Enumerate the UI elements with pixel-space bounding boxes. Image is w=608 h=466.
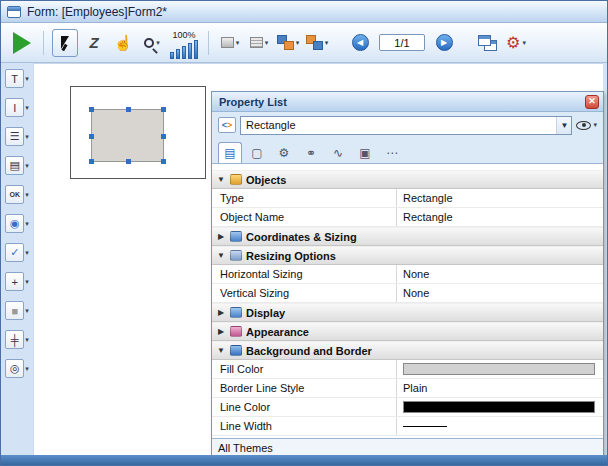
line-width-value[interactable] xyxy=(396,417,603,435)
hand-tool-button[interactable]: ☝ xyxy=(110,29,136,57)
text-tool[interactable]: T ▾ xyxy=(5,69,29,88)
object-selector-dropdown[interactable]: Rectangle ▼ xyxy=(240,116,572,135)
toolbar-separator xyxy=(43,31,44,55)
property-list-title: Property List xyxy=(219,96,585,108)
zoom-level-widget[interactable]: 100% xyxy=(170,27,198,59)
window-titlebar[interactable]: Form: [Employees]Form2* xyxy=(1,1,607,23)
draw-tool-button[interactable]: Z xyxy=(81,29,107,57)
property-tabs: ▤ ▢ ⚙ ⚭ ∿ ▣ ⋯ xyxy=(212,138,603,164)
fill-color-swatch[interactable] xyxy=(403,363,595,375)
property-list-titlebar[interactable]: Property List ✕ xyxy=(212,92,603,112)
resize-handle[interactable] xyxy=(161,107,166,112)
text-tool-icon: T xyxy=(5,69,24,88)
list-box-tool-icon: ☰ xyxy=(5,127,24,146)
select-tool-button[interactable] xyxy=(52,29,78,57)
property-list-palette: Property List ✕ <> Rectangle ▼ ▾ ▤ ▢ ⚙ ⚭… xyxy=(211,91,604,458)
zoom-tool-button[interactable]: ▾ xyxy=(139,29,165,57)
magnifier-icon xyxy=(144,38,154,48)
hierarchical-list-tool[interactable]: ▤ ▾ xyxy=(5,156,29,175)
gear-icon: ⚙ xyxy=(506,35,520,51)
rectangle-tool[interactable]: ■ ▾ xyxy=(5,301,29,320)
properties-tab[interactable]: ▤ xyxy=(218,142,242,163)
chevron-down-icon: ▾ xyxy=(325,39,329,47)
radio-button-tool[interactable]: ◉ ▾ xyxy=(5,214,29,233)
run-form-button[interactable] xyxy=(9,29,35,57)
resize-handle[interactable] xyxy=(126,107,131,112)
checkbox-tool-icon: ✓ xyxy=(5,243,24,262)
align-objects-button[interactable]: ▾ xyxy=(217,29,243,57)
next-page-button[interactable]: ▶ xyxy=(431,29,457,57)
windows-icon xyxy=(478,35,497,51)
form-settings-button[interactable]: ⚙ ▾ xyxy=(503,29,529,57)
section-background-border[interactable]: ▼ Background and Border xyxy=(212,341,603,360)
list-box-tool[interactable]: ☰ ▾ xyxy=(5,127,29,146)
dropdown-list-tool[interactable]: ◎ ▾ xyxy=(5,359,29,378)
view-options-button[interactable]: ▾ xyxy=(576,121,597,130)
fill-color-value[interactable] xyxy=(396,360,603,378)
play-icon xyxy=(13,32,31,54)
horizontal-sizing-value[interactable]: None xyxy=(396,265,603,283)
views-button[interactable] xyxy=(474,29,500,57)
section-display[interactable]: ▶ Display xyxy=(212,303,603,322)
border-line-style-value[interactable]: Plain xyxy=(396,379,603,397)
page-tab[interactable]: ▢ xyxy=(245,142,269,163)
more-tab[interactable]: ⋯ xyxy=(380,142,404,163)
line-color-value[interactable] xyxy=(396,398,603,416)
splitter-tool[interactable]: ╪ ▾ xyxy=(5,330,29,349)
triangle-expanded-icon: ▼ xyxy=(216,346,226,355)
chevron-down-icon: ▾ xyxy=(236,39,240,47)
resize-handle[interactable] xyxy=(161,159,166,164)
layers-front-icon xyxy=(306,35,323,50)
close-icon[interactable]: ✕ xyxy=(585,95,599,109)
move-to-back-button[interactable]: ▾ xyxy=(275,29,301,57)
row-horizontal-sizing: Horizontal Sizing None xyxy=(212,265,603,284)
input-tool[interactable]: I ▾ xyxy=(5,98,29,117)
object-kind-icon: <> xyxy=(218,117,236,133)
resize-handle[interactable] xyxy=(89,107,94,112)
object-tool-palette: T ▾ I ▾ ☰ ▾ ▤ ▾ OK ▾ ◉ ▾ ✓ ▾ + ▾ xyxy=(1,63,33,455)
chevron-down-icon: ▾ xyxy=(296,39,300,47)
toolbar-separator xyxy=(208,31,209,55)
resize-handle[interactable] xyxy=(89,159,94,164)
chevron-down-icon: ▾ xyxy=(25,365,29,373)
chevron-down-icon: ▾ xyxy=(25,336,29,344)
move-to-front-button[interactable]: ▾ xyxy=(304,29,330,57)
triangle-collapsed-icon: ▶ xyxy=(216,232,226,241)
previous-page-icon: ◀ xyxy=(352,34,369,51)
section-objects[interactable]: ▼ Objects xyxy=(212,170,603,189)
type-value[interactable]: Rectangle xyxy=(396,189,603,207)
vertical-sizing-value[interactable]: None xyxy=(396,284,603,302)
events-tab[interactable]: ∿ xyxy=(326,142,350,163)
row-line-color: Line Color xyxy=(212,398,603,417)
resize-handle[interactable] xyxy=(161,134,166,139)
background-section-icon xyxy=(230,345,242,356)
chevron-down-icon: ▾ xyxy=(25,104,29,112)
radio-button-tool-icon: ◉ xyxy=(5,214,24,233)
links-tab[interactable]: ⚭ xyxy=(299,142,323,163)
checkbox-tool[interactable]: ✓ ▾ xyxy=(5,243,29,262)
indicator-tool[interactable]: + ▾ xyxy=(5,272,29,291)
page-indicator[interactable]: 1/1 xyxy=(379,34,425,51)
chevron-down-icon: ▾ xyxy=(25,220,29,228)
object-name-value[interactable]: Rectangle xyxy=(396,208,603,226)
resize-handle[interactable] xyxy=(126,159,131,164)
selected-rectangle-object[interactable] xyxy=(91,109,164,162)
button-tool[interactable]: OK ▾ xyxy=(5,185,29,204)
section-coordinates-sizing[interactable]: ▶ Coordinates & Sizing xyxy=(212,227,603,246)
chevron-down-icon: ▾ xyxy=(25,278,29,286)
zoom-bars-icon xyxy=(170,40,198,59)
display-section-icon xyxy=(230,307,242,318)
section-appearance[interactable]: ▶ Appearance xyxy=(212,322,603,341)
rectangle-tool-icon: ■ xyxy=(5,301,24,320)
form-window-icon xyxy=(7,6,21,18)
distribute-objects-button[interactable]: ▾ xyxy=(246,29,272,57)
form-page-area[interactable] xyxy=(70,86,206,179)
resize-handle[interactable] xyxy=(89,134,94,139)
distribute-icon xyxy=(250,37,263,48)
previous-page-button[interactable]: ◀ xyxy=(347,29,373,57)
line-color-swatch[interactable] xyxy=(403,401,595,413)
section-resizing-options[interactable]: ▼ Resizing Options xyxy=(212,246,603,265)
settings-tab[interactable]: ⚙ xyxy=(272,142,296,163)
row-border-line-style: Border Line Style Plain xyxy=(212,379,603,398)
display-tab[interactable]: ▣ xyxy=(353,142,377,163)
